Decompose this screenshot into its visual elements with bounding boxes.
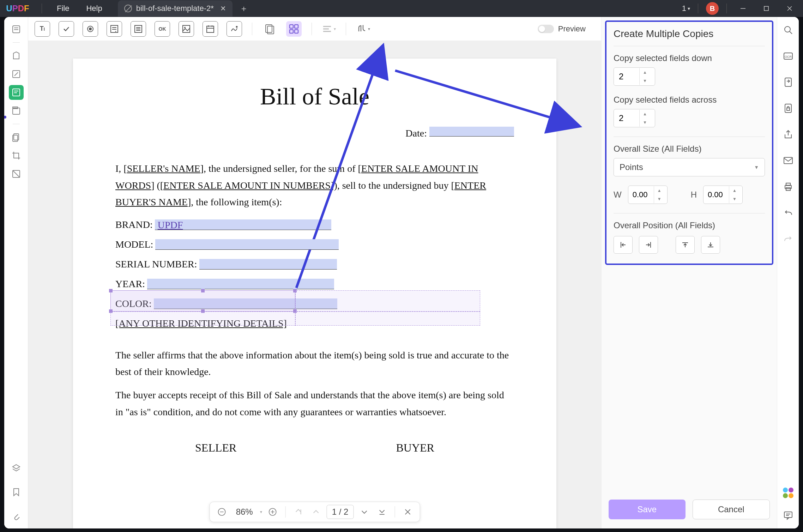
form-tool-icon[interactable] xyxy=(9,85,24,100)
spinner-down-icon[interactable]: ▼ xyxy=(640,118,650,127)
spinner-down-icon[interactable]: ▼ xyxy=(640,77,650,85)
protect-icon[interactable] xyxy=(781,102,795,115)
height-input[interactable] xyxy=(704,190,729,199)
checkbox-tool[interactable] xyxy=(59,21,74,37)
spinner-up-icon[interactable]: ▲ xyxy=(729,186,740,195)
search-icon[interactable] xyxy=(781,23,795,37)
text-field-tool[interactable]: TI xyxy=(35,21,50,37)
copy-preview-outline xyxy=(110,312,295,326)
zoom-in-button[interactable] xyxy=(266,505,280,519)
unsaved-icon xyxy=(124,5,132,12)
svg-text:OCR: OCR xyxy=(785,55,792,59)
list-box-tool[interactable] xyxy=(131,21,146,37)
titlebar: UPDF File Help bill-of-sale-template-2* … xyxy=(0,0,803,17)
units-select[interactable]: Points▼ xyxy=(614,158,765,176)
close-window-button[interactable] xyxy=(781,1,798,16)
dropdown-tool[interactable] xyxy=(107,21,122,37)
copy-down-input[interactable] xyxy=(614,72,639,81)
copy-down-spinner[interactable]: ▲▼ xyxy=(614,67,655,86)
prev-page-button[interactable] xyxy=(309,505,323,519)
feedback-icon[interactable] xyxy=(781,509,795,522)
year-field[interactable] xyxy=(147,279,334,289)
cancel-button[interactable]: Cancel xyxy=(693,500,770,519)
spinner-up-icon[interactable]: ▲ xyxy=(654,186,665,195)
attachment-icon[interactable] xyxy=(9,509,24,524)
minimize-button[interactable] xyxy=(735,1,751,16)
height-spinner[interactable]: ▲▼ xyxy=(703,186,743,204)
copy-pages-icon[interactable] xyxy=(9,130,24,145)
spinner-up-icon[interactable]: ▲ xyxy=(640,68,650,77)
bookmark-icon[interactable] xyxy=(9,485,24,500)
zoom-level[interactable]: 86% xyxy=(233,507,256,517)
width-input[interactable] xyxy=(628,190,654,199)
spinner-down-icon[interactable]: ▼ xyxy=(729,195,740,203)
serial-field[interactable] xyxy=(199,259,337,270)
save-button[interactable]: Save xyxy=(609,500,686,519)
comment-tool-icon[interactable] xyxy=(9,48,24,63)
convert-icon[interactable] xyxy=(781,75,795,89)
serial-label: SERIAL NUMBER: xyxy=(115,259,197,270)
copy-across-input[interactable] xyxy=(614,113,639,123)
thumbnails-icon[interactable] xyxy=(9,22,24,37)
print-icon[interactable] xyxy=(781,180,795,193)
email-icon[interactable] xyxy=(781,154,795,167)
svg-point-17 xyxy=(89,28,92,30)
affirm-text-1: The seller affirms that the above inform… xyxy=(115,347,514,380)
tools-dropdown[interactable]: ▾ xyxy=(356,22,370,36)
signature-field-tool[interactable] xyxy=(227,21,242,37)
zoom-dropdown-icon[interactable]: ▾ xyxy=(260,509,262,514)
last-page-button[interactable] xyxy=(375,505,389,519)
redact-tool-icon[interactable] xyxy=(9,167,24,181)
zoom-out-button[interactable] xyxy=(215,505,229,519)
align-tool[interactable]: ▾ xyxy=(322,22,336,36)
first-page-button[interactable] xyxy=(291,505,306,519)
user-avatar[interactable]: B xyxy=(706,2,719,15)
align-right-button[interactable] xyxy=(639,236,658,254)
image-field-tool[interactable] xyxy=(179,21,194,37)
app-body: TI OK ▾ ▾ Preview Bill of Sale xyxy=(4,17,799,528)
menu-file[interactable]: File xyxy=(48,4,78,13)
menu-help[interactable]: Help xyxy=(78,4,110,13)
width-spinner[interactable]: ▲▼ xyxy=(628,186,668,204)
ocr-icon[interactable]: OCR xyxy=(781,49,795,63)
close-nav-button[interactable] xyxy=(400,505,415,519)
align-bottom-button[interactable] xyxy=(701,236,720,254)
preview-toggle[interactable] xyxy=(538,25,554,33)
brand-field[interactable]: UPDF xyxy=(155,219,331,230)
page-indicator[interactable]: 1 / 2 xyxy=(327,505,354,519)
date-label: Date: xyxy=(405,128,427,139)
align-left-button[interactable] xyxy=(614,236,633,254)
button-tool[interactable]: OK xyxy=(155,21,170,37)
edit-tool-icon[interactable] xyxy=(9,67,24,81)
page-navigation: 86% ▾ 1 / 2 xyxy=(210,502,420,522)
seller-heading: SELLER xyxy=(195,441,236,454)
next-page-button[interactable] xyxy=(357,505,371,519)
document-tab[interactable]: bill-of-sale-template-2* ✕ xyxy=(118,0,233,17)
notification-count[interactable]: 1▾ xyxy=(682,4,690,13)
document-viewport[interactable]: Bill of Sale Date: I, [SELLER's NAME], t… xyxy=(28,41,601,528)
crop-tool-icon[interactable] xyxy=(9,148,24,163)
layers-icon[interactable] xyxy=(9,461,24,476)
model-field[interactable] xyxy=(155,239,339,250)
create-multiple-copies-tool[interactable] xyxy=(286,21,302,37)
copy-across-spinner[interactable]: ▲▼ xyxy=(614,109,655,127)
date-field[interactable] xyxy=(429,127,514,137)
form-recognition-tool[interactable] xyxy=(262,21,278,37)
new-tab-button[interactable]: ＋ xyxy=(240,3,248,14)
organize-tool-icon[interactable] xyxy=(9,103,24,118)
redo-icon[interactable] xyxy=(781,232,795,246)
updf-flower-icon[interactable] xyxy=(783,488,793,498)
spinner-down-icon[interactable]: ▼ xyxy=(654,195,665,203)
align-top-button[interactable] xyxy=(676,236,695,254)
radio-button-tool[interactable] xyxy=(83,21,98,37)
svg-rect-36 xyxy=(290,30,293,33)
maximize-button[interactable] xyxy=(758,1,775,16)
divider xyxy=(42,4,42,13)
date-field-tool[interactable] xyxy=(203,21,218,37)
form-toolbar: TI OK ▾ ▾ Preview xyxy=(28,17,601,41)
undo-icon[interactable] xyxy=(781,206,795,219)
selected-field-outline[interactable] xyxy=(110,290,295,312)
spinner-up-icon[interactable]: ▲ xyxy=(640,110,650,118)
tab-close-button[interactable]: ✕ xyxy=(220,4,226,13)
share-icon[interactable] xyxy=(781,128,795,141)
